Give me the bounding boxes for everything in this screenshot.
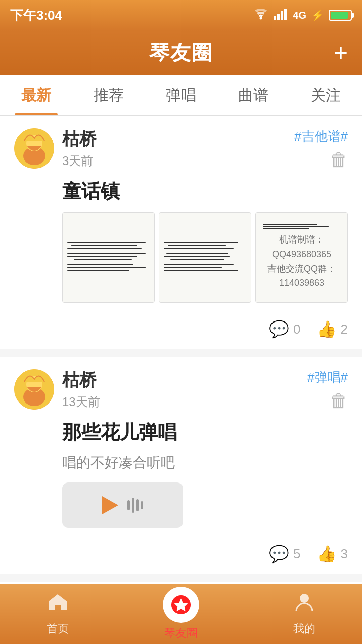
status-icons: 4G ⚡ [253, 9, 352, 22]
post-2-subtitle: 唱的不好凑合听吧 [62, 453, 348, 472]
avatar-1[interactable] [14, 128, 54, 169]
post-2: 枯桥 13天前 #弹唱# 🗑 那些花儿弹唱 唱的不好凑合听吧 💬 [0, 357, 362, 574]
post-2-tag[interactable]: #弹唱# [307, 369, 348, 386]
nav-qinyouquan-label: 琴友圈 [164, 626, 198, 641]
status-time: 下午3:04 [10, 7, 62, 24]
post-2-header: 枯桥 13天前 #弹唱# 🗑 [14, 369, 348, 412]
post-1-tag[interactable]: #吉他谱# [294, 128, 348, 145]
post-1: 枯桥 3天前 #吉他谱# 🗑 童话镇 [0, 116, 362, 349]
post-1-footer: 💬 0 👍 2 [14, 313, 348, 339]
post-2-username: 枯桥 [62, 369, 100, 392]
sound-waves [127, 498, 143, 513]
post-2-title: 那些花儿弹唱 [62, 420, 348, 445]
post-1-comment[interactable]: 💬 0 [269, 319, 300, 339]
status-bar: 下午3:04 4G ⚡ [0, 0, 362, 30]
svg-rect-1 [274, 16, 276, 20]
post-1-header: 枯桥 3天前 #吉他谱# 🗑 [14, 128, 348, 171]
like-count: 2 [341, 321, 348, 337]
post-2-footer: 💬 5 👍 3 [14, 538, 348, 564]
like-icon-2: 👍 [317, 544, 337, 564]
posts-container: 枯桥 3天前 #吉他谱# 🗑 童话镇 [0, 116, 362, 644]
svg-rect-3 [281, 11, 283, 20]
post-1-username: 枯桥 [62, 128, 97, 151]
nav-mine[interactable]: 我的 [293, 591, 315, 636]
signal-icon [274, 9, 288, 22]
qinyouquan-icon [163, 587, 199, 623]
svg-point-0 [260, 17, 262, 19]
comment-count-2: 5 [293, 546, 300, 562]
svg-rect-2 [277, 14, 280, 20]
audio-player[interactable] [62, 482, 183, 528]
watermark-text: 机谱制谱：QQ493680365 吉他交流QQ群：114039863 [256, 229, 347, 293]
battery-fill [331, 12, 348, 19]
post-2-comment[interactable]: 💬 5 [269, 544, 300, 564]
tab-latest[interactable]: 最新 [0, 75, 72, 115]
post-1-time: 3天前 [62, 153, 97, 169]
home-icon [47, 591, 69, 618]
sheet-img-3[interactable]: 机谱制谱：QQ493680365 吉他交流QQ群：114039863 [255, 212, 348, 303]
nav-qinyouquan[interactable]: 琴友圈 [163, 587, 199, 641]
avatar-2[interactable] [14, 369, 54, 410]
like-count-2: 3 [341, 546, 348, 562]
nav-home-label: 首页 [47, 621, 69, 636]
bottom-nav: 首页 琴友圈 我的 [0, 584, 362, 644]
post-1-delete-icon[interactable]: 🗑 [330, 149, 348, 171]
nav-mine-label: 我的 [293, 621, 315, 636]
post-1-title: 童话镇 [62, 179, 348, 204]
post-2-time: 13天前 [62, 394, 100, 410]
comment-icon: 💬 [269, 319, 289, 339]
play-button[interactable] [102, 496, 118, 514]
battery-icon [329, 10, 352, 21]
wifi-icon [253, 9, 268, 22]
add-button[interactable]: + [334, 41, 348, 65]
post-2-like[interactable]: 👍 3 [317, 544, 348, 564]
header: 琴友圈 + [0, 30, 362, 75]
tab-score[interactable]: 曲谱 [217, 75, 290, 115]
person-icon [293, 591, 315, 618]
post-1-like[interactable]: 👍 2 [317, 319, 348, 339]
post-1-images: 机谱制谱：QQ493680365 吉他交流QQ群：114039863 [62, 212, 348, 303]
like-icon: 👍 [317, 319, 337, 339]
tabs-bar: 最新 推荐 弹唱 曲谱 关注 [0, 75, 362, 116]
comment-count: 0 [293, 321, 300, 337]
sheet-img-1[interactable] [62, 212, 155, 303]
nav-home[interactable]: 首页 [47, 591, 69, 636]
bolt-icon: ⚡ [311, 9, 324, 21]
svg-point-15 [300, 594, 309, 603]
post-2-delete-icon[interactable]: 🗑 [330, 390, 348, 412]
sheet-img-2[interactable] [159, 212, 251, 303]
svg-rect-4 [284, 9, 287, 20]
tab-recommend[interactable]: 推荐 [72, 75, 145, 115]
comment-icon-2: 💬 [269, 544, 289, 564]
network-type: 4G [293, 10, 306, 21]
tab-follow[interactable]: 关注 [290, 75, 362, 115]
header-title: 琴友圈 [149, 39, 213, 67]
tab-play[interactable]: 弹唱 [145, 75, 217, 115]
